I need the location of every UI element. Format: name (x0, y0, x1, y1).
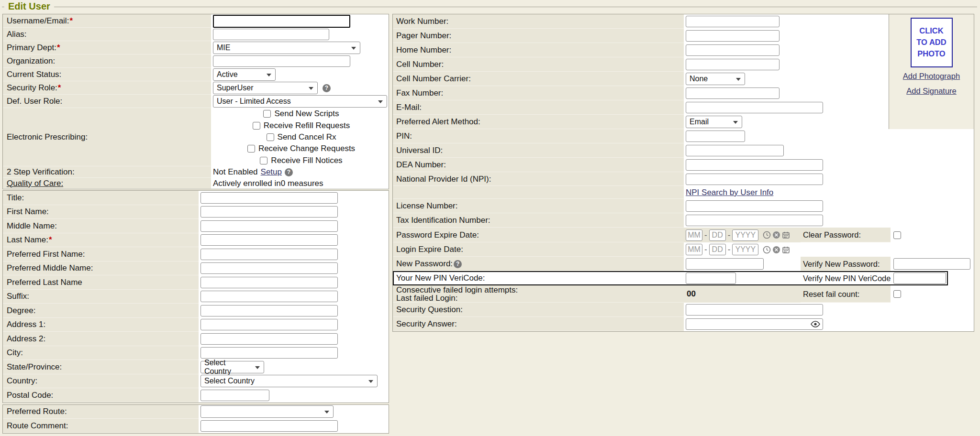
pager-number-input[interactable] (686, 30, 780, 42)
receive-refill-requests-checkbox[interactable] (253, 122, 260, 130)
tax-id-input[interactable] (686, 215, 823, 226)
help-icon[interactable]: ? (285, 168, 293, 176)
universal-id-input[interactable] (686, 145, 784, 156)
password-expire-day-input[interactable] (709, 229, 726, 241)
pin-vericode-input[interactable] (686, 272, 736, 284)
current-status-select[interactable]: Active (213, 68, 276, 81)
preferred-first-name-input[interactable] (200, 249, 338, 260)
checkbox-row: Receive Fill Notices (259, 155, 342, 166)
value-cell: SuperUser ? (211, 81, 389, 95)
pin-input[interactable] (686, 131, 745, 142)
fax-number-label: Fax Number: (396, 88, 443, 98)
cell-carrier-select[interactable]: None (686, 73, 745, 85)
def-user-role-select[interactable]: User - Limited Access (213, 95, 387, 108)
address1-input[interactable] (200, 319, 338, 330)
label-cell: License Number: (393, 199, 684, 213)
first-name-input[interactable] (200, 206, 338, 218)
fax-number-input[interactable] (686, 87, 780, 99)
login-expire-year-input[interactable] (732, 244, 758, 255)
add-photograph-link[interactable]: Add Photograph (903, 72, 960, 81)
postal-code-input[interactable] (200, 390, 269, 401)
clear-date-icon[interactable] (772, 231, 780, 239)
address2-input[interactable] (200, 333, 338, 345)
alert-method-select[interactable]: Email (686, 116, 742, 128)
preferred-middle-name-input[interactable] (200, 262, 338, 274)
label-cell: Preferred Route: (3, 405, 199, 419)
degree-input[interactable] (200, 305, 338, 316)
alias-input[interactable] (213, 29, 329, 40)
calendar-icon[interactable] (782, 246, 790, 254)
value-cell: User - Limited Access (211, 95, 389, 108)
clock-icon[interactable] (763, 231, 771, 239)
label-cell: Username/Email:* (3, 14, 211, 28)
last-name-input[interactable] (200, 234, 338, 246)
form-row: Preferred First Name: (3, 247, 389, 262)
login-expire-day-input[interactable] (709, 244, 726, 255)
label-cell: City: (3, 346, 199, 360)
dea-number-label: DEA Number: (396, 160, 446, 170)
npi-input[interactable] (686, 174, 823, 185)
verify-vericode-input[interactable] (893, 272, 946, 284)
value-cell (211, 28, 389, 41)
help-icon[interactable]: ? (323, 84, 331, 92)
reset-fail-count-label: Reset fail count: (803, 290, 859, 299)
country-value: Select Country (204, 377, 255, 385)
send-cancel-rx-checkbox[interactable] (267, 133, 274, 141)
calendar-icon[interactable] (782, 231, 790, 239)
clear-password-checkbox[interactable] (893, 231, 901, 239)
verify-password-input[interactable] (893, 258, 970, 270)
security-role-select[interactable]: SuperUser (213, 82, 318, 94)
help-icon[interactable]: ? (454, 260, 462, 268)
value-cell (199, 419, 389, 433)
password-expire-month-input[interactable] (686, 229, 702, 241)
add-signature-link[interactable]: Add Signature (906, 87, 957, 96)
label-cell: Title: (3, 191, 199, 205)
label-cell: Reset fail count: (801, 285, 891, 303)
home-number-label: Home Number: (396, 45, 451, 55)
send-new-scripts-checkbox[interactable] (263, 110, 271, 118)
country-select[interactable]: Select Country (200, 375, 378, 387)
primary-dept-select[interactable]: MIE (213, 42, 360, 54)
current-status-value: Active (217, 70, 238, 79)
preferred-last-name-input[interactable] (200, 277, 338, 288)
home-number-input[interactable] (686, 44, 780, 56)
def-user-role-value: User - Limited Access (217, 97, 291, 106)
clear-date-icon[interactable] (772, 246, 780, 254)
form-row: Address 2: (3, 332, 389, 346)
add-photo-box[interactable]: CLICK TO ADD PHOTO (911, 18, 953, 67)
organization-input[interactable] (213, 55, 350, 67)
security-answer-input[interactable] (686, 318, 823, 330)
show-password-eye-icon[interactable] (811, 321, 820, 327)
route-comment-input[interactable] (200, 420, 338, 432)
license-number-input[interactable] (686, 200, 823, 212)
cell-number-input[interactable] (686, 59, 780, 70)
form-row: Route Comment: (3, 419, 389, 433)
setup-link[interactable]: Setup (261, 167, 282, 177)
suffix-input[interactable] (200, 291, 338, 302)
receive-fill-notices-checkbox[interactable] (260, 157, 267, 164)
dea-number-input[interactable] (686, 159, 823, 171)
title-input[interactable] (200, 192, 338, 204)
quality-of-care-label[interactable]: Quality of Care: (7, 179, 63, 188)
reset-fail-count-checkbox[interactable] (893, 290, 901, 298)
login-expire-month-input[interactable] (686, 244, 702, 255)
new-password-input[interactable] (686, 258, 764, 270)
city-input[interactable] (200, 347, 338, 359)
label-cell: Your New PIN VeriCode: (393, 271, 684, 285)
security-question-input[interactable] (686, 304, 823, 316)
label-cell: Organization: (3, 54, 211, 68)
state-province-select[interactable]: Select Country (200, 361, 264, 373)
receive-change-requests-checkbox[interactable] (247, 145, 255, 153)
country-label: Country: (7, 376, 37, 386)
label-cell: Clear Password: (801, 228, 891, 242)
middle-name-input[interactable] (200, 220, 338, 232)
label-cell: Home Number: (393, 43, 684, 57)
username-input[interactable] (213, 15, 350, 28)
preferred-route-select[interactable] (200, 405, 334, 418)
email-input[interactable] (686, 102, 823, 113)
value-cell (199, 304, 389, 318)
password-expire-year-input[interactable] (732, 229, 758, 241)
npi-search-link[interactable]: NPI Search by User Info (686, 188, 773, 197)
clock-icon[interactable] (763, 246, 771, 254)
work-number-input[interactable] (686, 16, 780, 27)
